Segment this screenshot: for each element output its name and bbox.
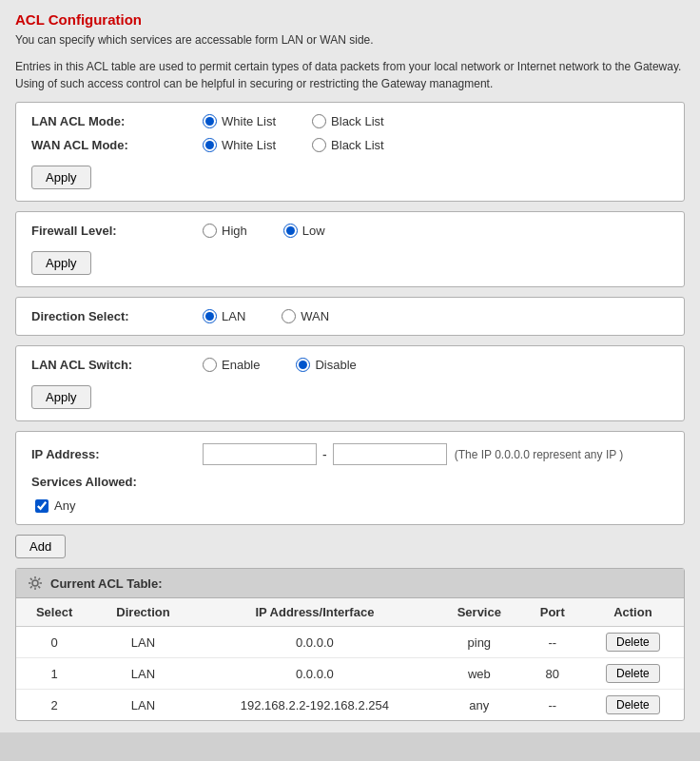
section1-apply-button[interactable]: Apply <box>31 166 91 189</box>
ip-note: (The IP 0.0.0.0 represent any IP ) <box>455 448 624 461</box>
svg-line-5 <box>30 578 32 580</box>
section4-apply-button[interactable]: Apply <box>31 385 91 409</box>
lan-acl-enable-option[interactable]: Enable <box>203 358 260 372</box>
cell-direction: LAN <box>92 627 194 658</box>
svg-line-6 <box>38 586 40 588</box>
acl-table-title: Current ACL Table: <box>50 576 163 591</box>
lan-black-list-option[interactable]: Black List <box>312 114 384 128</box>
firewall-low-radio[interactable] <box>283 224 298 238</box>
lan-acl-disable-label: Disable <box>315 358 356 372</box>
delete-button[interactable]: Delete <box>606 695 660 714</box>
cell-action: Delete <box>582 690 684 721</box>
col-select: Select <box>16 598 92 627</box>
direction-wan-label: WAN <box>301 309 329 323</box>
cell-direction: LAN <box>92 690 194 721</box>
firewall-high-radio[interactable] <box>203 224 217 238</box>
col-ip: IP Address/Interface <box>194 598 436 627</box>
lan-acl-disable-option[interactable]: Disable <box>296 358 356 372</box>
services-allowed-label: Services Allowed: <box>31 475 203 489</box>
cell-service: any <box>436 690 523 721</box>
acl-mode-section: LAN ACL Mode: White List Black List WAN … <box>15 102 685 202</box>
direction-lan-radio[interactable] <box>203 309 217 323</box>
direction-label: Direction Select: <box>31 309 203 323</box>
lan-black-list-label: Black List <box>331 114 384 128</box>
firewall-low-option[interactable]: Low <box>283 224 325 238</box>
firewall-level-row: Firewall Level: High Low <box>31 224 669 238</box>
lan-acl-disable-radio[interactable] <box>296 358 310 372</box>
ip-separator: - <box>322 447 327 462</box>
wan-acl-label: WAN ACL Mode: <box>31 138 203 152</box>
col-service: Service <box>436 598 523 627</box>
cell-select: 0 <box>16 627 92 658</box>
cell-port: -- <box>523 690 582 721</box>
any-checkbox-option[interactable]: Any <box>35 498 75 513</box>
ip-address-row: IP Address: - (The IP 0.0.0.0 represent … <box>31 443 669 465</box>
wan-acl-options: White List Black List <box>203 138 413 152</box>
cell-service: web <box>436 658 523 690</box>
svg-point-0 <box>32 580 38 586</box>
cell-ip: 0.0.0.0 <box>194 627 436 658</box>
wan-white-list-radio[interactable] <box>203 138 217 152</box>
direction-section: Direction Select: LAN WAN <box>15 297 685 336</box>
firewall-high-option[interactable]: High <box>203 224 247 238</box>
lan-acl-options: White List Black List <box>203 114 413 128</box>
delete-button[interactable]: Delete <box>606 664 660 683</box>
any-checkbox[interactable] <box>35 499 49 513</box>
direction-row: Direction Select: LAN WAN <box>31 309 669 323</box>
page-container: ACL Configuration You can specify which … <box>0 0 700 732</box>
cell-ip: 192.168.2.2-192.168.2.254 <box>194 690 436 721</box>
direction-wan-option[interactable]: WAN <box>282 309 329 323</box>
lan-white-list-radio[interactable] <box>203 114 217 128</box>
direction-options: LAN WAN <box>203 309 358 323</box>
table-row: 1 LAN 0.0.0.0 web 80 Delete <box>16 658 684 690</box>
direction-wan-radio[interactable] <box>282 309 296 323</box>
lan-acl-enable-label: Enable <box>222 358 260 372</box>
svg-line-8 <box>30 586 32 588</box>
lan-acl-enable-radio[interactable] <box>203 358 217 372</box>
acl-table-header: Current ACL Table: <box>16 569 684 598</box>
any-checkbox-row: Any <box>31 498 669 513</box>
page-desc1: You can specify which services are acces… <box>15 31 685 49</box>
acl-table-section: Current ACL Table: Select Direction IP A… <box>15 568 685 721</box>
section2-apply-button[interactable]: Apply <box>31 251 91 275</box>
add-button[interactable]: Add <box>15 535 66 558</box>
cell-port: 80 <box>523 658 582 690</box>
page-desc2: Entries in this ACL table are used to pe… <box>15 58 685 92</box>
cell-action: Delete <box>582 658 684 690</box>
wan-white-list-label: White List <box>222 138 276 152</box>
wan-black-list-label: Black List <box>331 138 384 152</box>
ip-to-input[interactable] <box>333 443 447 465</box>
ip-from-input[interactable] <box>203 443 317 465</box>
col-direction: Direction <box>92 598 194 627</box>
wan-acl-row: WAN ACL Mode: White List Black List <box>31 138 669 152</box>
services-allowed-row: Services Allowed: <box>31 475 669 489</box>
cell-action: Delete <box>582 627 684 658</box>
col-port: Port <box>523 598 582 627</box>
lan-acl-switch-section: LAN ACL Switch: Enable Disable Apply <box>15 345 685 421</box>
wan-black-list-option[interactable]: Black List <box>312 138 384 152</box>
svg-line-7 <box>38 578 40 580</box>
lan-acl-switch-row: LAN ACL Switch: Enable Disable <box>31 358 669 372</box>
lan-white-list-label: White List <box>222 114 276 128</box>
firewall-high-label: High <box>222 224 247 238</box>
lan-acl-row: LAN ACL Mode: White List Black List <box>31 114 669 128</box>
wan-white-list-option[interactable]: White List <box>203 138 276 152</box>
cell-service: ping <box>436 627 523 658</box>
ip-address-label: IP Address: <box>31 447 203 461</box>
ip-services-section: IP Address: - (The IP 0.0.0.0 represent … <box>15 431 685 525</box>
wan-black-list-radio[interactable] <box>312 138 326 152</box>
cell-select: 2 <box>16 690 92 721</box>
cell-direction: LAN <box>92 658 194 690</box>
delete-button[interactable]: Delete <box>606 633 660 652</box>
lan-acl-label: LAN ACL Mode: <box>31 114 203 128</box>
gear-icon <box>28 576 43 591</box>
direction-lan-option[interactable]: LAN <box>203 309 245 323</box>
table-header-row: Select Direction IP Address/Interface Se… <box>16 598 684 627</box>
cell-select: 1 <box>16 658 92 690</box>
lan-black-list-radio[interactable] <box>312 114 326 128</box>
section4-apply-row: Apply <box>31 381 669 409</box>
table-row: 0 LAN 0.0.0.0 ping -- Delete <box>16 627 684 658</box>
lan-acl-switch-label: LAN ACL Switch: <box>31 358 203 372</box>
firewall-low-label: Low <box>302 224 325 238</box>
lan-white-list-option[interactable]: White List <box>203 114 276 128</box>
